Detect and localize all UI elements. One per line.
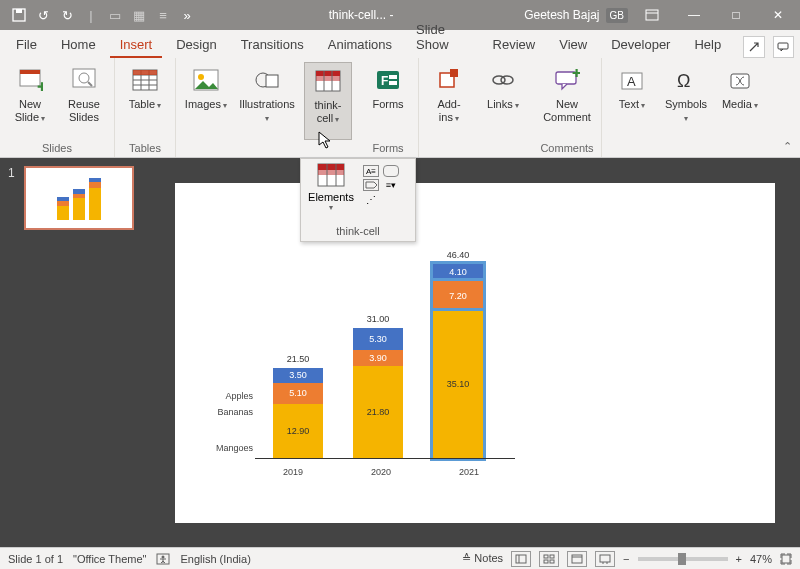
bar-2021[interactable]: 35.10 7.20 4.10 46.40 bbox=[433, 264, 483, 458]
tc-rounded-rect-icon[interactable] bbox=[383, 165, 399, 177]
group-illus: Images Illustrations think- cell bbox=[176, 58, 358, 157]
user-badge[interactable]: GB bbox=[606, 8, 628, 23]
ribbon: ✚ New Slide Reuse Slides Slides Table Ta… bbox=[0, 58, 800, 158]
tab-review[interactable]: Review bbox=[483, 32, 546, 58]
zoom-slider[interactable] bbox=[638, 557, 728, 561]
new-slide-label: New Slide bbox=[15, 98, 46, 123]
zoom-out[interactable]: − bbox=[623, 553, 629, 565]
slide-thumbnail-pane[interactable]: 1 bbox=[0, 158, 150, 547]
user-name[interactable]: Geetesh Bajaj bbox=[524, 8, 599, 22]
tab-insert[interactable]: Insert bbox=[110, 32, 163, 58]
seg-2019-mango[interactable]: 12.90 bbox=[273, 404, 323, 458]
title-bar: ↺ ↻ | ▭ ▦ ≡ » think-cell... - Geetesh Ba… bbox=[0, 0, 800, 30]
tab-transitions[interactable]: Transitions bbox=[231, 32, 314, 58]
seg-2021-mango[interactable]: 35.10 bbox=[433, 311, 483, 458]
redo-button[interactable]: ↻ bbox=[56, 4, 78, 26]
seg-2019-banana[interactable]: 5.10 bbox=[273, 383, 323, 404]
qat-btn-2[interactable]: ▦ bbox=[128, 4, 150, 26]
ribbon-tab-strip: File Home Insert Design Transitions Anim… bbox=[0, 30, 800, 58]
svg-point-34 bbox=[501, 76, 513, 84]
seg-2021-banana[interactable]: 7.20 bbox=[433, 281, 483, 311]
svg-rect-6 bbox=[20, 70, 40, 74]
total-2019: 21.50 bbox=[273, 354, 323, 364]
zoom-in[interactable]: + bbox=[736, 553, 742, 565]
qat-btn-3[interactable]: ≡ bbox=[152, 4, 174, 26]
thinkcell-elements-icon bbox=[317, 163, 345, 187]
view-normal[interactable] bbox=[511, 551, 531, 567]
total-2020: 31.00 bbox=[353, 314, 403, 324]
tc-more-icon[interactable]: ⋰ bbox=[363, 193, 379, 205]
maximize-button[interactable]: □ bbox=[718, 0, 754, 30]
save-icon[interactable] bbox=[8, 4, 30, 26]
svg-rect-4 bbox=[778, 43, 788, 49]
series-label-mangoes: Mangoes bbox=[207, 443, 253, 453]
tc-textbox-icon[interactable]: A≡ bbox=[363, 165, 379, 177]
tab-home[interactable]: Home bbox=[51, 32, 106, 58]
tab-animations[interactable]: Animations bbox=[318, 32, 402, 58]
links-label: Links bbox=[487, 98, 519, 111]
seg-2020-apple[interactable]: 5.30 bbox=[353, 328, 403, 350]
images-button[interactable]: Images bbox=[182, 62, 230, 140]
svg-rect-21 bbox=[266, 75, 278, 87]
tab-design[interactable]: Design bbox=[166, 32, 226, 58]
media-button[interactable]: Media bbox=[716, 62, 764, 140]
reuse-slides-label: Reuse Slides bbox=[68, 98, 100, 123]
tab-file[interactable]: File bbox=[6, 32, 47, 58]
bar-2020[interactable]: 21.80 3.90 5.30 31.00 bbox=[353, 328, 403, 458]
undo-button[interactable]: ↺ bbox=[32, 4, 54, 26]
svg-rect-52 bbox=[544, 560, 548, 563]
new-comment-button[interactable]: ✚ New Comment bbox=[539, 62, 595, 140]
thumb-number: 1 bbox=[8, 166, 15, 180]
qat-btn-1[interactable]: ▭ bbox=[104, 4, 126, 26]
seg-2020-mango[interactable]: 21.80 bbox=[353, 366, 403, 458]
group-textsym: A Text Ω Symbols Media bbox=[602, 58, 770, 157]
reuse-slides-icon bbox=[68, 64, 100, 96]
stacked-bar-chart[interactable]: Apples Bananas Mangoes 12.90 5.10 3.50 2… bbox=[225, 253, 515, 483]
links-button[interactable]: Links bbox=[479, 62, 527, 140]
symbols-button[interactable]: Ω Symbols bbox=[662, 62, 710, 140]
accessibility-icon[interactable] bbox=[156, 553, 170, 565]
new-slide-button[interactable]: ✚ New Slide bbox=[6, 62, 54, 140]
table-icon bbox=[129, 64, 161, 96]
slide-editor[interactable]: Apples Bananas Mangoes 12.90 5.10 3.50 2… bbox=[150, 158, 800, 547]
chart-bars: 12.90 5.10 3.50 21.50 21.80 3.90 5.30 31… bbox=[255, 264, 483, 458]
qat-more[interactable]: » bbox=[176, 4, 198, 26]
tab-developer[interactable]: Developer bbox=[601, 32, 680, 58]
view-sorter[interactable] bbox=[539, 551, 559, 567]
tc-pentagon-icon[interactable] bbox=[363, 179, 379, 191]
seg-2019-apple[interactable]: 3.50 bbox=[273, 368, 323, 383]
fit-to-window[interactable] bbox=[780, 553, 792, 565]
text-button[interactable]: A Text bbox=[608, 62, 656, 140]
close-button[interactable]: ✕ bbox=[760, 0, 796, 30]
group-tables-label: Tables bbox=[129, 140, 161, 155]
view-slideshow[interactable] bbox=[595, 551, 615, 567]
svg-rect-29 bbox=[389, 75, 397, 79]
status-lang[interactable]: English (India) bbox=[180, 553, 250, 565]
tc-bullets-icon[interactable]: ≡▾ bbox=[383, 179, 399, 191]
illustrations-label: Illustrations bbox=[238, 98, 296, 123]
tab-help[interactable]: Help bbox=[684, 32, 731, 58]
illustrations-button[interactable]: Illustrations bbox=[236, 62, 298, 140]
slide-thumbnail-1[interactable] bbox=[24, 166, 134, 230]
thinkcell-elements-button[interactable]: Elements ▾ bbox=[305, 163, 357, 212]
tab-view[interactable]: View bbox=[549, 32, 597, 58]
addins-button[interactable]: Add- ins bbox=[425, 62, 473, 140]
bar-2019[interactable]: 12.90 5.10 3.50 21.50 bbox=[273, 368, 323, 458]
reuse-slides-button[interactable]: Reuse Slides bbox=[60, 62, 108, 140]
minimize-button[interactable]: ― bbox=[676, 0, 712, 30]
view-reading[interactable] bbox=[567, 551, 587, 567]
symbols-icon: Ω bbox=[670, 64, 702, 96]
comments-pane-button[interactable] bbox=[773, 36, 794, 58]
seg-2020-banana[interactable]: 3.90 bbox=[353, 350, 403, 366]
seg-2021-apple[interactable]: 4.10 bbox=[433, 264, 483, 281]
thinkcell-button[interactable]: think- cell bbox=[304, 62, 352, 140]
ribbon-display-options[interactable] bbox=[634, 0, 670, 30]
table-button[interactable]: Table bbox=[121, 62, 169, 140]
notes-button[interactable]: ≙ Notes bbox=[462, 552, 503, 565]
zoom-value[interactable]: 47% bbox=[750, 553, 772, 565]
tab-slideshow[interactable]: Slide Show bbox=[406, 17, 479, 58]
collapse-ribbon[interactable]: ⌃ bbox=[783, 140, 792, 153]
slide-canvas[interactable]: Apples Bananas Mangoes 12.90 5.10 3.50 2… bbox=[175, 183, 775, 523]
forms-button[interactable]: F Forms bbox=[364, 62, 412, 140]
share-button[interactable] bbox=[743, 36, 764, 58]
